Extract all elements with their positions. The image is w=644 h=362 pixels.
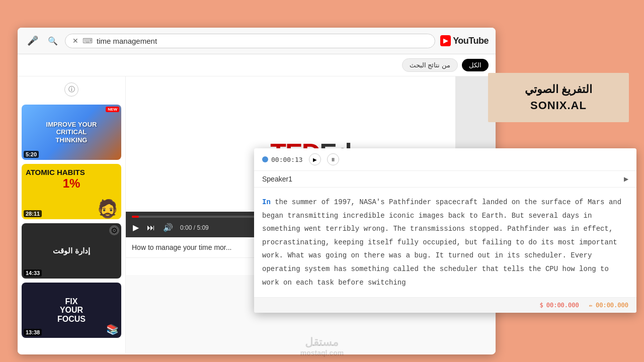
- mic-icon[interactable]: 🎤: [25, 33, 41, 49]
- new-badge-1: NEW: [106, 107, 119, 112]
- sonix-title-arabic: التفريغ الصوتي: [498, 83, 619, 96]
- sonix-panel: التفريغ الصوتي SONIX.AL: [488, 73, 629, 122]
- filter-search-button[interactable]: من نتائج البحث: [402, 58, 458, 72]
- thumb-duration-2: 28:11: [24, 210, 42, 217]
- transcript-text: the summer of 1997, NASA's Pathfinder sp…: [262, 198, 621, 287]
- footer-time-2: ✏ 00:00.000: [589, 302, 628, 309]
- footer-time-1: $ 00:00.000: [539, 302, 579, 309]
- youtube-play-icon: ▶: [440, 35, 451, 46]
- sidebar-videos: ⓘ IMPROVE YOURCRITICALTHINKING NEW 5:20 …: [18, 76, 126, 353]
- time-current: 0:00: [180, 224, 192, 231]
- mostaql-watermark: مستقل mostaql.com: [300, 336, 344, 357]
- volume-button[interactable]: 🔊: [162, 222, 174, 233]
- speaker-label: Speaker1: [262, 175, 292, 183]
- fix-title: FIXYOURFOCUS: [57, 297, 86, 324]
- transcript-footer: $ 00:00.000 ✏ 00:00.000: [254, 297, 636, 313]
- time-total: 5:09: [197, 224, 208, 231]
- atomic-percent: 1%: [59, 176, 85, 191]
- play-dot: [262, 156, 268, 162]
- video-thumb-1[interactable]: IMPROVE YOURCRITICALTHINKING NEW 5:20: [22, 105, 121, 160]
- mostaql-url: mostaql.com: [300, 349, 344, 357]
- transcript-play-button[interactable]: ▶: [309, 153, 321, 165]
- search-icon[interactable]: 🔍: [46, 34, 60, 48]
- video-thumb-3[interactable]: إدارة الوقت ⚙ 14:33: [22, 223, 121, 279]
- thumb-duration-1: 5:20: [24, 151, 39, 158]
- arabic-title: إدارة الوقت: [53, 246, 90, 255]
- speaker-expand-icon: ▶: [624, 175, 628, 183]
- beard-char: 🧔: [97, 199, 119, 219]
- play-button[interactable]: ▶: [132, 222, 140, 233]
- transcript-timestamp: 00:00:13: [271, 156, 303, 163]
- pencil-icon: ✏: [589, 302, 593, 309]
- info-icon[interactable]: ⓘ: [64, 82, 78, 97]
- mostaql-arabic: مستقل: [300, 336, 344, 349]
- transcript-panel: 00:00:13 ▶ ⏸ Speaker1 ▶ In the summer of…: [254, 148, 636, 313]
- play-indicator: 00:00:13: [262, 156, 303, 163]
- speaker-row[interactable]: Speaker1 ▶: [254, 171, 636, 188]
- footer-time-value-1: 00:00.000: [546, 302, 579, 309]
- search-input[interactable]: time management: [97, 37, 428, 45]
- search-bar: ✕ ⌨ time management: [65, 34, 435, 48]
- clear-icon[interactable]: ✕: [72, 37, 78, 45]
- sonix-title-english: SONIX.AL: [498, 99, 619, 112]
- settings-icon-3: ⚙: [109, 225, 119, 235]
- thumb-title-1: IMPROVE YOURCRITICALTHINKING: [42, 117, 101, 148]
- book-icon: 📚: [106, 323, 119, 335]
- next-button[interactable]: ⏭: [146, 222, 156, 233]
- keyboard-icon: ⌨: [83, 37, 93, 45]
- youtube-logo: ▶ YouTube: [440, 35, 489, 46]
- filter-bar: الكل من نتائج البحث: [18, 54, 496, 76]
- youtube-text: YouTube: [453, 36, 489, 46]
- time-display: 0:00 / 5:09: [180, 224, 209, 231]
- thumb-duration-4: 13:38: [24, 329, 42, 336]
- atomic-title: ATOMIC HABITS: [22, 168, 121, 176]
- transcript-header: 00:00:13 ▶ ⏸: [254, 148, 636, 171]
- filter-all-button[interactable]: الكل: [462, 59, 489, 71]
- video-thumb-2[interactable]: ATOMIC HABITS 1% 🧔 28:11: [22, 164, 121, 219]
- browser-topbar: 🎤 🔍 ✕ ⌨ time management ▶ YouTube: [18, 28, 496, 54]
- thumb-duration-3: 14:33: [24, 269, 42, 277]
- transcript-body: In the summer of 1997, NASA's Pathfinder…: [254, 188, 636, 297]
- transcript-pause-button[interactable]: ⏸: [327, 153, 339, 165]
- progress-filled: [132, 216, 139, 218]
- transcript-highlight: In: [262, 198, 271, 206]
- footer-time-value-2: 00:00.000: [596, 302, 628, 309]
- dollar-icon: $: [539, 302, 543, 309]
- video-thumb-4[interactable]: FIXYOURFOCUS 📚 13:38: [22, 283, 121, 338]
